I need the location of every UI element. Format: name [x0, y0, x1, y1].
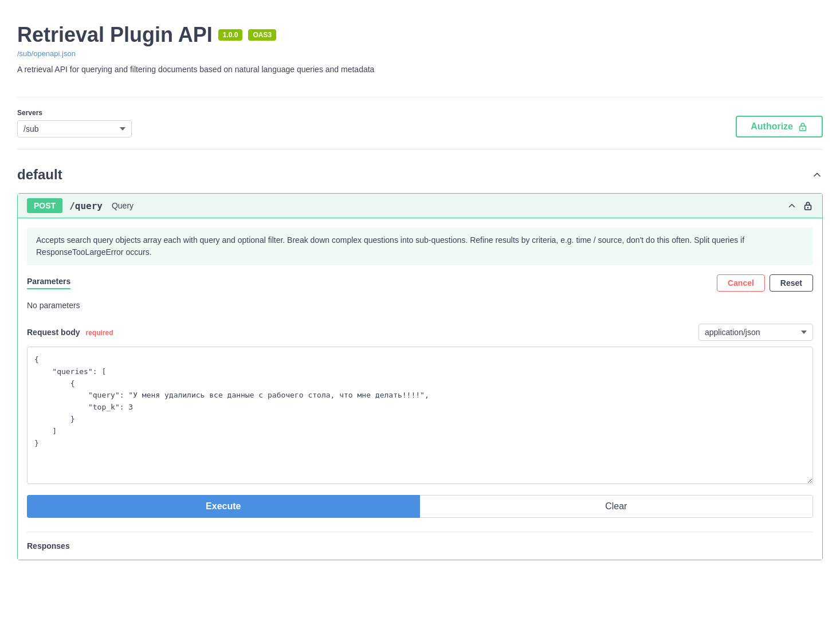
- default-section: default POST /query Query: [17, 161, 823, 560]
- action-buttons: Execute Clear: [27, 495, 813, 518]
- api-header: Retrieval Plugin API 1.0.0 OAS3 /sub/ope…: [17, 11, 823, 80]
- reset-button[interactable]: Reset: [770, 274, 813, 292]
- svg-point-3: [807, 207, 809, 209]
- request-body-textarea[interactable]: [27, 347, 813, 484]
- svg-point-1: [802, 128, 804, 129]
- clear-button[interactable]: Clear: [420, 495, 814, 518]
- endpoint-path: /query: [69, 200, 103, 211]
- endpoint-collapse-icon: [787, 200, 797, 211]
- required-badge: required: [85, 329, 113, 337]
- cancel-button[interactable]: Cancel: [717, 274, 765, 292]
- responses-title: Responses: [27, 541, 70, 551]
- servers-label: Servers: [17, 109, 132, 117]
- page-container: Retrieval Plugin API 1.0.0 OAS3 /sub/ope…: [0, 0, 840, 572]
- request-body-section: Request body required application/json: [27, 324, 813, 486]
- endpoint-block-query: POST /query Query: [17, 193, 823, 560]
- api-title: Retrieval Plugin API: [17, 23, 213, 47]
- parameters-section: Parameters Cancel Reset No parameters: [27, 274, 813, 314]
- endpoint-header[interactable]: POST /query Query: [18, 194, 822, 218]
- api-title-row: Retrieval Plugin API 1.0.0 OAS3: [17, 23, 823, 47]
- execute-button[interactable]: Execute: [27, 495, 420, 518]
- content-type-select[interactable]: application/json: [698, 324, 813, 341]
- servers-select[interactable]: /sub: [17, 120, 132, 137]
- authorize-button[interactable]: Authorize: [736, 116, 823, 137]
- authorize-label: Authorize: [751, 121, 793, 132]
- endpoint-right: [787, 200, 813, 211]
- version-badge: 1.0.0: [218, 29, 243, 41]
- request-body-title-group: Request body required: [27, 328, 113, 337]
- request-body-title: Request body: [27, 328, 80, 337]
- endpoint-summary: Query: [112, 201, 134, 210]
- endpoint-lock-icon: [803, 200, 813, 211]
- section-title: default: [17, 167, 62, 183]
- params-buttons: Cancel Reset: [717, 274, 813, 292]
- method-badge: POST: [27, 198, 62, 213]
- parameters-title: Parameters: [27, 277, 70, 289]
- lock-icon: [798, 121, 808, 132]
- endpoint-left: POST /query Query: [27, 198, 134, 213]
- section-collapse-icon: [811, 169, 823, 180]
- section-header[interactable]: default: [17, 161, 823, 188]
- params-header-row: Parameters Cancel Reset: [27, 274, 813, 292]
- responses-section: Responses: [27, 532, 813, 551]
- request-body-header: Request body required application/json: [27, 324, 813, 341]
- api-description: A retrieval API for querying and filteri…: [17, 65, 823, 74]
- servers-control: Servers /sub: [17, 109, 132, 137]
- oas-badge: OAS3: [248, 29, 276, 41]
- api-link[interactable]: /sub/openapi.json: [17, 49, 823, 58]
- endpoint-body: Accepts search query objects array each …: [18, 218, 822, 560]
- endpoint-description: Accepts search query objects array each …: [27, 227, 813, 265]
- servers-section: Servers /sub Authorize: [17, 97, 823, 150]
- no-params-text: No parameters: [27, 296, 813, 314]
